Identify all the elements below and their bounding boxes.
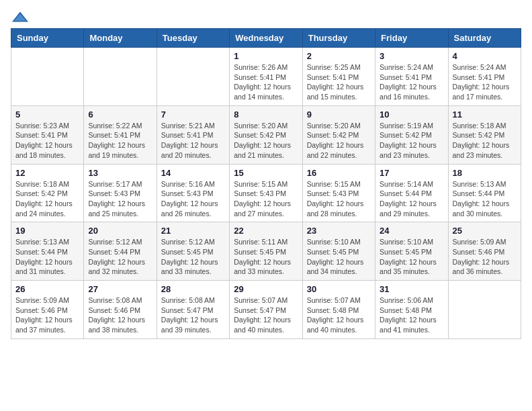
day-number: 7 <box>161 109 225 120</box>
day-number: 4 <box>453 51 517 61</box>
calendar-cell: 11Sunrise: 5:18 AM Sunset: 5:42 PM Dayli… <box>448 105 521 164</box>
day-number: 24 <box>380 226 443 236</box>
calendar-cell <box>11 48 84 106</box>
calendar-cell: 21Sunrise: 5:12 AM Sunset: 5:45 PM Dayli… <box>157 222 229 281</box>
day-number: 25 <box>453 226 517 236</box>
day-info: Sunrise: 5:08 AM Sunset: 5:47 PM Dayligh… <box>161 295 225 335</box>
day-info: Sunrise: 5:09 AM Sunset: 5:46 PM Dayligh… <box>453 237 517 277</box>
logo <box>11 11 32 23</box>
day-number: 18 <box>453 168 517 178</box>
day-info: Sunrise: 5:17 AM Sunset: 5:43 PM Dayligh… <box>88 179 152 219</box>
day-number: 15 <box>234 168 298 178</box>
day-number: 3 <box>380 51 443 61</box>
day-number: 8 <box>234 109 298 120</box>
day-number: 12 <box>15 168 79 178</box>
calendar-cell: 20Sunrise: 5:12 AM Sunset: 5:44 PM Dayli… <box>84 222 157 281</box>
day-number: 1 <box>234 51 298 61</box>
calendar-cell: 28Sunrise: 5:08 AM Sunset: 5:47 PM Dayli… <box>157 281 229 339</box>
calendar-cell: 30Sunrise: 5:07 AM Sunset: 5:48 PM Dayli… <box>302 281 375 339</box>
weekday-header: Saturday <box>448 29 521 48</box>
day-info: Sunrise: 5:22 AM Sunset: 5:41 PM Dayligh… <box>88 121 152 161</box>
day-number: 27 <box>88 284 152 294</box>
day-info: Sunrise: 5:18 AM Sunset: 5:42 PM Dayligh… <box>453 121 517 161</box>
day-info: Sunrise: 5:13 AM Sunset: 5:44 PM Dayligh… <box>15 237 79 277</box>
day-number: 20 <box>88 226 152 236</box>
calendar-cell: 26Sunrise: 5:09 AM Sunset: 5:46 PM Dayli… <box>11 281 84 339</box>
day-number: 13 <box>88 168 152 178</box>
day-number: 21 <box>161 226 225 236</box>
calendar-cell: 25Sunrise: 5:09 AM Sunset: 5:46 PM Dayli… <box>448 222 521 281</box>
day-number: 22 <box>234 226 298 236</box>
calendar-cell: 2Sunrise: 5:25 AM Sunset: 5:41 PM Daylig… <box>302 48 375 106</box>
day-info: Sunrise: 5:18 AM Sunset: 5:42 PM Dayligh… <box>15 179 79 219</box>
day-info: Sunrise: 5:20 AM Sunset: 5:42 PM Dayligh… <box>234 121 298 161</box>
weekday-header: Monday <box>84 29 157 48</box>
calendar-cell: 7Sunrise: 5:21 AM Sunset: 5:41 PM Daylig… <box>157 105 229 164</box>
calendar-cell: 18Sunrise: 5:13 AM Sunset: 5:44 PM Dayli… <box>448 164 521 222</box>
day-info: Sunrise: 5:24 AM Sunset: 5:41 PM Dayligh… <box>453 62 517 102</box>
calendar-cell: 16Sunrise: 5:15 AM Sunset: 5:43 PM Dayli… <box>302 164 375 222</box>
weekday-header: Friday <box>375 29 448 48</box>
day-info: Sunrise: 5:25 AM Sunset: 5:41 PM Dayligh… <box>307 62 371 102</box>
day-number: 14 <box>161 168 225 178</box>
day-info: Sunrise: 5:10 AM Sunset: 5:45 PM Dayligh… <box>380 237 443 277</box>
day-info: Sunrise: 5:07 AM Sunset: 5:48 PM Dayligh… <box>307 295 371 335</box>
calendar-table: SundayMondayTuesdayWednesdayThursdayFrid… <box>11 28 521 339</box>
day-number: 26 <box>15 284 79 294</box>
calendar-cell: 13Sunrise: 5:17 AM Sunset: 5:43 PM Dayli… <box>84 164 157 222</box>
day-info: Sunrise: 5:16 AM Sunset: 5:43 PM Dayligh… <box>161 179 225 219</box>
day-info: Sunrise: 5:15 AM Sunset: 5:43 PM Dayligh… <box>234 179 298 219</box>
day-info: Sunrise: 5:06 AM Sunset: 5:48 PM Dayligh… <box>380 295 443 335</box>
day-info: Sunrise: 5:24 AM Sunset: 5:41 PM Dayligh… <box>380 62 443 102</box>
day-number: 2 <box>307 51 371 61</box>
calendar-cell: 3Sunrise: 5:24 AM Sunset: 5:41 PM Daylig… <box>375 48 448 106</box>
calendar-cell: 27Sunrise: 5:08 AM Sunset: 5:46 PM Dayli… <box>84 281 157 339</box>
day-info: Sunrise: 5:26 AM Sunset: 5:41 PM Dayligh… <box>234 62 298 102</box>
calendar-cell: 29Sunrise: 5:07 AM Sunset: 5:47 PM Dayli… <box>230 281 302 339</box>
day-number: 5 <box>15 109 79 120</box>
day-info: Sunrise: 5:13 AM Sunset: 5:44 PM Dayligh… <box>453 179 517 219</box>
calendar-cell: 22Sunrise: 5:11 AM Sunset: 5:45 PM Dayli… <box>230 222 302 281</box>
calendar-cell: 12Sunrise: 5:18 AM Sunset: 5:42 PM Dayli… <box>11 164 84 222</box>
day-info: Sunrise: 5:10 AM Sunset: 5:45 PM Dayligh… <box>307 237 371 277</box>
logo-icon <box>11 11 30 23</box>
day-number: 10 <box>380 109 443 120</box>
page-header <box>11 11 521 23</box>
day-info: Sunrise: 5:14 AM Sunset: 5:44 PM Dayligh… <box>380 179 443 219</box>
day-info: Sunrise: 5:11 AM Sunset: 5:45 PM Dayligh… <box>234 237 298 277</box>
calendar-cell: 8Sunrise: 5:20 AM Sunset: 5:42 PM Daylig… <box>230 105 302 164</box>
calendar-cell: 10Sunrise: 5:19 AM Sunset: 5:42 PM Dayli… <box>375 105 448 164</box>
weekday-header: Tuesday <box>157 29 229 48</box>
calendar-cell <box>157 48 229 106</box>
day-info: Sunrise: 5:07 AM Sunset: 5:47 PM Dayligh… <box>234 295 298 335</box>
day-number: 31 <box>380 284 443 294</box>
day-number: 29 <box>234 284 298 294</box>
calendar-cell: 17Sunrise: 5:14 AM Sunset: 5:44 PM Dayli… <box>375 164 448 222</box>
calendar-cell: 14Sunrise: 5:16 AM Sunset: 5:43 PM Dayli… <box>157 164 229 222</box>
day-info: Sunrise: 5:20 AM Sunset: 5:42 PM Dayligh… <box>307 121 371 161</box>
calendar-cell <box>448 281 521 339</box>
day-number: 19 <box>15 226 79 236</box>
calendar-cell: 9Sunrise: 5:20 AM Sunset: 5:42 PM Daylig… <box>302 105 375 164</box>
day-number: 23 <box>307 226 371 236</box>
day-number: 6 <box>88 109 152 120</box>
calendar-cell: 19Sunrise: 5:13 AM Sunset: 5:44 PM Dayli… <box>11 222 84 281</box>
calendar-cell: 31Sunrise: 5:06 AM Sunset: 5:48 PM Dayli… <box>375 281 448 339</box>
day-info: Sunrise: 5:08 AM Sunset: 5:46 PM Dayligh… <box>88 295 152 335</box>
day-number: 30 <box>307 284 371 294</box>
calendar-cell: 6Sunrise: 5:22 AM Sunset: 5:41 PM Daylig… <box>84 105 157 164</box>
day-number: 28 <box>161 284 225 294</box>
calendar-header: SundayMondayTuesdayWednesdayThursdayFrid… <box>11 29 521 48</box>
calendar-cell: 15Sunrise: 5:15 AM Sunset: 5:43 PM Dayli… <box>230 164 302 222</box>
day-info: Sunrise: 5:15 AM Sunset: 5:43 PM Dayligh… <box>307 179 371 219</box>
day-info: Sunrise: 5:12 AM Sunset: 5:44 PM Dayligh… <box>88 237 152 277</box>
calendar-cell: 23Sunrise: 5:10 AM Sunset: 5:45 PM Dayli… <box>302 222 375 281</box>
day-info: Sunrise: 5:12 AM Sunset: 5:45 PM Dayligh… <box>161 237 225 277</box>
day-number: 17 <box>380 168 443 178</box>
weekday-header: Sunday <box>11 29 84 48</box>
calendar-cell: 4Sunrise: 5:24 AM Sunset: 5:41 PM Daylig… <box>448 48 521 106</box>
calendar-cell: 24Sunrise: 5:10 AM Sunset: 5:45 PM Dayli… <box>375 222 448 281</box>
calendar-cell <box>84 48 157 106</box>
day-number: 11 <box>453 109 517 120</box>
day-info: Sunrise: 5:09 AM Sunset: 5:46 PM Dayligh… <box>15 295 79 335</box>
